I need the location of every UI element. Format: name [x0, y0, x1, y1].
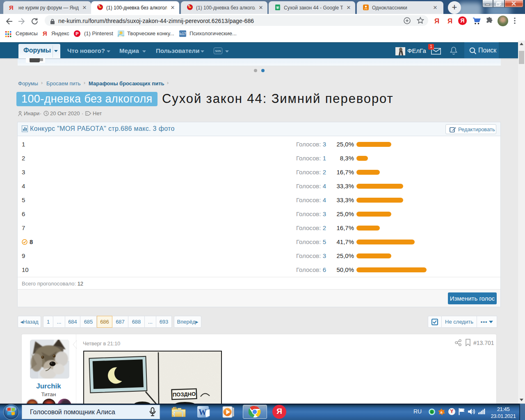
svg-text:W: W [199, 408, 207, 417]
svg-text:ПОЗДНО: ПОЗДНО [173, 391, 196, 398]
